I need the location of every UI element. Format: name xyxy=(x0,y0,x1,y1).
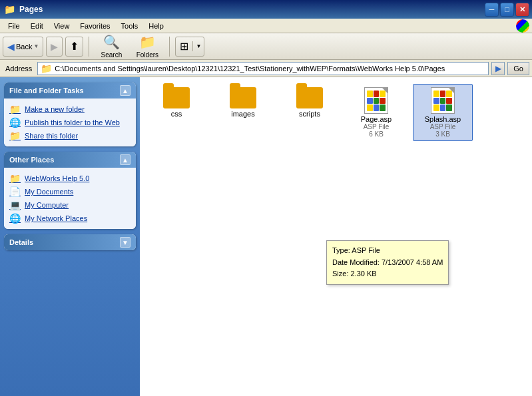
file-type-splashasp: ASP File xyxy=(430,123,456,130)
folders-icon: 📁 xyxy=(139,34,156,50)
asp-icon-splashasp xyxy=(431,87,455,114)
publish-folder-item[interactable]: 🌐 Publish this folder to the Web xyxy=(7,116,133,129)
go-button[interactable]: Go xyxy=(507,62,529,75)
menu-help[interactable]: Help xyxy=(143,21,169,31)
file-item-images[interactable]: images xyxy=(213,84,273,141)
maximize-button[interactable]: □ xyxy=(500,3,514,17)
other-places-title: Other Places xyxy=(9,156,54,164)
back-dropdown-icon: ▼ xyxy=(33,43,39,49)
separator-1 xyxy=(89,37,89,57)
other-places-panel: Other Places ▲ 📁 WebWorks Help 5.0 📄 My … xyxy=(4,152,136,229)
other-places-header: Other Places ▲ xyxy=(4,152,136,168)
window-title: Pages xyxy=(19,5,43,14)
my-network-label: My Network Places xyxy=(25,214,87,222)
file-name-scripts: scripts xyxy=(299,110,320,118)
folder-icon-images xyxy=(230,87,256,108)
file-item-css[interactable]: css xyxy=(146,84,206,141)
details-collapse-btn[interactable]: ▼ xyxy=(120,237,131,248)
my-documents-item[interactable]: 📄 My Documents xyxy=(7,185,133,198)
details-panel: Details ▼ xyxy=(4,234,136,250)
content-area: css images scripts xyxy=(140,77,532,396)
webworks-icon: 📁 xyxy=(9,173,21,184)
file-tasks-collapse-btn[interactable]: ▲ xyxy=(120,85,131,96)
search-icon: 🔍 xyxy=(103,34,120,50)
details-header: Details ▼ xyxy=(4,234,136,250)
share-folder-item[interactable]: 📁 Share this folder xyxy=(7,129,133,142)
views-dropdown-icon: ▼ xyxy=(192,41,204,51)
main-layout: File and Folder Tasks ▲ 📁 Make a new fol… xyxy=(0,77,532,396)
file-size-splashasp: 3 KB xyxy=(435,130,450,138)
tooltip-size: Size: 2.30 KB xyxy=(332,268,443,280)
tooltip-type: Type: ASP File xyxy=(332,245,443,257)
file-grid: css images scripts xyxy=(146,84,525,141)
file-type-pageasp: ASP File xyxy=(364,123,390,130)
forward-button[interactable]: ▶ xyxy=(46,37,63,57)
minimize-button[interactable]: ─ xyxy=(485,3,499,17)
tooltip-date: Date Modified: 7/13/2007 4:58 AM xyxy=(332,257,443,269)
close-button[interactable]: ✕ xyxy=(515,3,529,17)
window-controls: ─ □ ✕ xyxy=(485,3,529,17)
my-docs-icon: 📄 xyxy=(9,186,21,197)
file-item-scripts[interactable]: scripts xyxy=(280,84,340,141)
toolbar: ◀ Back ▼ ▶ ⬆ 🔍 Search 📁 Folders ⊞ ▼ xyxy=(0,33,532,60)
views-button[interactable]: ⊞ ▼ xyxy=(175,37,204,57)
address-folder-icon: 📁 xyxy=(41,63,52,74)
menu-view[interactable]: View xyxy=(49,21,75,31)
file-item-pageasp[interactable]: Page.asp ASP File 6 KB xyxy=(346,84,406,141)
file-tasks-body: 📁 Make a new folder 🌐 Publish this folde… xyxy=(4,99,136,146)
menu-favorites[interactable]: Favorites xyxy=(75,21,115,31)
file-tasks-header: File and Folder Tasks ▲ xyxy=(4,83,136,99)
make-new-folder-item[interactable]: 📁 Make a new folder xyxy=(7,102,133,116)
folder-icon-css xyxy=(163,87,190,108)
publish-icon: 🌐 xyxy=(9,117,21,128)
file-tooltip: Type: ASP File Date Modified: 7/13/2007 … xyxy=(326,240,449,285)
menu-edit[interactable]: Edit xyxy=(25,21,49,31)
file-tasks-title: File and Folder Tasks xyxy=(9,87,84,95)
folders-button[interactable]: 📁 Folders xyxy=(131,32,164,61)
file-name-splashasp: Splash.asp xyxy=(425,115,461,123)
share-icon: 📁 xyxy=(9,130,21,141)
file-name-images: images xyxy=(231,110,254,118)
other-places-collapse-btn[interactable]: ▲ xyxy=(120,154,131,165)
address-input[interactable] xyxy=(55,65,485,73)
back-arrow-icon: ◀ xyxy=(7,41,15,52)
my-computer-item[interactable]: 💻 My Computer xyxy=(7,198,133,212)
other-places-body: 📁 WebWorks Help 5.0 📄 My Documents 💻 My … xyxy=(4,168,136,229)
my-network-icon: 🌐 xyxy=(9,213,21,224)
up-button[interactable]: ⬆ xyxy=(65,37,83,57)
back-label: Back xyxy=(16,43,32,51)
file-item-splashasp[interactable]: Splash.asp ASP File 3 KB xyxy=(413,84,473,141)
menu-bar: File Edit View Favorites Tools Help xyxy=(0,19,532,33)
file-tasks-panel: File and Folder Tasks ▲ 📁 Make a new fol… xyxy=(4,83,136,146)
title-bar-left: 📁 Pages xyxy=(4,4,43,15)
address-input-wrap: 📁 xyxy=(37,62,489,75)
folder-icon-scripts xyxy=(296,87,323,108)
search-button[interactable]: 🔍 Search xyxy=(95,32,128,61)
webworks-help-item[interactable]: 📁 WebWorks Help 5.0 xyxy=(7,172,133,185)
make-folder-icon: 📁 xyxy=(9,104,21,114)
window-icon: 📁 xyxy=(4,4,15,15)
my-network-item[interactable]: 🌐 My Network Places xyxy=(7,212,133,225)
address-arrow-button[interactable]: ▶ xyxy=(491,62,505,75)
asp-icon-pageasp xyxy=(364,87,388,114)
publish-label: Publish this folder to the Web xyxy=(25,118,120,126)
menu-tools[interactable]: Tools xyxy=(116,21,144,31)
address-bar: Address 📁 ▶ Go xyxy=(0,60,532,77)
separator-2 xyxy=(169,37,170,57)
forward-arrow-icon: ▶ xyxy=(51,41,58,52)
my-computer-label: My Computer xyxy=(25,201,69,209)
back-button[interactable]: ◀ Back ▼ xyxy=(3,37,43,57)
file-name-css: css xyxy=(171,110,182,118)
sidebar: File and Folder Tasks ▲ 📁 Make a new fol… xyxy=(0,77,140,396)
search-label: Search xyxy=(101,51,123,59)
make-folder-label: Make a new folder xyxy=(25,105,85,113)
webworks-label: WebWorks Help 5.0 xyxy=(25,174,89,182)
file-name-pageasp: Page.asp xyxy=(361,115,392,123)
title-bar: 📁 Pages ─ □ ✕ xyxy=(0,0,532,19)
views-icon: ⊞ xyxy=(176,38,192,55)
details-title: Details xyxy=(9,238,33,246)
menu-file[interactable]: File xyxy=(3,21,25,31)
address-label: Address xyxy=(3,65,35,73)
winxp-logo xyxy=(516,19,529,33)
my-docs-label: My Documents xyxy=(25,188,73,196)
